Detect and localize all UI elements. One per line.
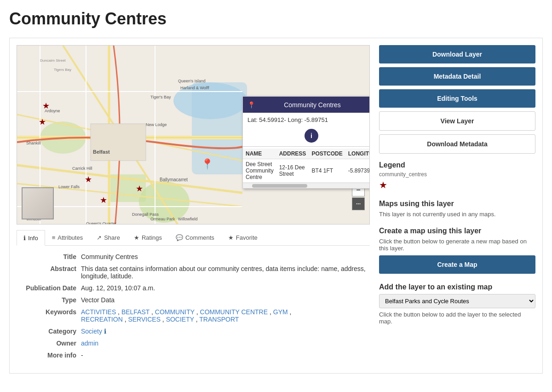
owner-label: Owner [17, 340, 81, 347]
keyword-activities[interactable]: ACTIVITIES [81, 308, 116, 316]
svg-text:Queen's Island: Queen's Island [178, 79, 206, 83]
info-tab-icon: ℹ [23, 235, 26, 242]
add-map-description: Click the button below to add the layer … [379, 311, 535, 325]
popup-cell-postcode: BT4 1FT [309, 159, 345, 183]
svg-text:New Lodge: New Lodge [146, 122, 167, 127]
popup-col-name: NAME [243, 149, 276, 159]
svg-text:Harland & Wolff: Harland & Wolff [180, 86, 209, 90]
add-map-title: Add the layer to an existing map [379, 283, 535, 291]
type-row: Type Vector Data [17, 296, 370, 304]
title-value: Community Centres [81, 253, 370, 260]
map-selected-pin[interactable]: 📍 [201, 158, 213, 170]
popup-scrollbar[interactable] [243, 183, 370, 188]
ratings-tab-label: Ratings [142, 234, 162, 241]
popup-col-address: ADDRESS [276, 149, 309, 159]
abstract-row: Abstract This data set contains informat… [17, 265, 370, 280]
popup-coords: Lat: 54.59912- Long: -5.89751 [243, 113, 370, 127]
map-marker-4[interactable]: ★ [100, 195, 107, 205]
popup-title: Community Centres [284, 101, 341, 109]
abstract-label: Abstract [17, 265, 81, 280]
popup-table: NAME ADDRESS POSTCODE LONGITUDE Dee Stre… [243, 149, 370, 183]
map-thumbnail[interactable] [22, 187, 54, 219]
page-wrapper: Community Centres [0, 0, 552, 383]
category-value: Society ℹ [81, 328, 370, 335]
tab-info[interactable]: ℹ Info [17, 230, 45, 246]
category-info-icon: ℹ [104, 328, 106, 335]
type-value: Vector Data [81, 296, 370, 304]
download-layer-button[interactable]: Download Layer [379, 45, 535, 63]
tab-ratings[interactable]: ★ Ratings [127, 230, 169, 245]
add-map-section: Add the layer to an existing map Belfast… [379, 283, 535, 325]
right-panel: Download Layer Metadata Detail Editing T… [379, 45, 535, 366]
popup-table-row: Dee Street Community Centre 12-16 Dee St… [243, 159, 370, 183]
download-metadata-button[interactable]: Download Metadata [379, 134, 535, 154]
owner-row: Owner admin [17, 340, 370, 347]
category-row: Category Society ℹ [17, 328, 370, 335]
map-container[interactable]: Belfast Shankill Tiger's Bay Ardoyne Car… [17, 45, 370, 225]
svg-text:Tigers Bay: Tigers Bay [54, 68, 71, 72]
more-info-label: More info [17, 352, 81, 359]
map-marker-5[interactable]: ★ [136, 184, 143, 194]
create-map-button[interactable]: Create a Map [379, 255, 535, 274]
popup-close-button[interactable]: ✕ [369, 100, 370, 109]
legend-layer-name: community_centres [379, 171, 535, 178]
pubdate-value: Aug. 12, 2019, 10:07 a.m. [81, 284, 370, 292]
popup-divider [243, 146, 370, 147]
keyword-belfast[interactable]: BELFAST [121, 308, 150, 316]
keyword-society[interactable]: SOCIETY [166, 316, 194, 323]
info-panel: Title Community Centres Abstract This da… [17, 246, 370, 366]
more-info-value: - [81, 352, 83, 359]
svg-text:Shankill: Shankill [26, 141, 41, 145]
category-link[interactable]: Society [81, 328, 102, 335]
map-marker-2[interactable]: ★ [39, 117, 46, 127]
popup-scrollbar-thumb [252, 184, 307, 188]
keyword-community[interactable]: COMMUNITY [155, 308, 195, 316]
tabs-bar: ℹ Info ≡ Attributes ↗ Share ★ Ratings 💬 [17, 230, 370, 246]
tab-attributes[interactable]: ≡ Attributes [45, 230, 90, 245]
keyword-recreation[interactable]: RECREATION [81, 316, 123, 323]
map-marker-1[interactable]: ★ [42, 101, 50, 111]
create-map-title: Create a map using this layer [379, 227, 535, 235]
tab-comments[interactable]: 💬 Comments [169, 230, 221, 245]
comments-tab-label: Comments [185, 234, 214, 241]
editing-tools-button[interactable]: Editing Tools [379, 89, 535, 108]
title-row: Title Community Centres [17, 253, 370, 260]
category-label: Category [17, 328, 81, 335]
attributes-tab-label: Attributes [58, 234, 83, 241]
pubdate-label: Publication Date [17, 284, 81, 292]
more-controls-button[interactable]: ··· [352, 197, 365, 210]
existing-map-dropdown[interactable]: Belfast Parks and Cycle Routes [379, 294, 535, 308]
tab-favorite[interactable]: ★ Favorite [221, 230, 264, 245]
svg-rect-2 [192, 82, 247, 174]
keyword-services[interactable]: SERVICES [128, 316, 161, 323]
left-panel: Belfast Shankill Tiger's Bay Ardoyne Car… [17, 45, 370, 366]
svg-text:Queen's Quarter: Queen's Quarter [86, 221, 116, 224]
owner-value: admin [81, 340, 370, 347]
info-tab-label: Info [28, 235, 38, 242]
favorite-tab-label: Favorite [236, 234, 258, 241]
popup-cell-name: Dee Street Community Centre [243, 159, 276, 183]
svg-text:Ormeau Park: Ormeau Park [150, 217, 175, 221]
create-map-description: Click the button below to generate a new… [379, 238, 535, 252]
svg-text:Belfast: Belfast [93, 149, 110, 155]
keyword-transport[interactable]: TRANSPORT [199, 316, 239, 323]
keywords-row: Keywords ACTIVITIES , BELFAST , COMMUNIT… [17, 308, 370, 323]
title-label: Title [17, 253, 81, 260]
legend-section: Legend community_centres ★ [379, 161, 535, 190]
view-layer-button[interactable]: View Layer [379, 111, 535, 131]
page-title: Community Centres [9, 9, 543, 29]
favorite-tab-icon: ★ [228, 234, 234, 241]
map-thumbnail-inner [23, 188, 53, 219]
svg-rect-19 [91, 124, 146, 161]
popup-cell-longitude: -5.8973971008 [345, 159, 370, 183]
keyword-gym[interactable]: GYM [273, 308, 288, 316]
popup-col-longitude: LONGITUDE [345, 149, 370, 159]
tab-share[interactable]: ↗ Share [90, 230, 127, 245]
map-marker-3[interactable]: ★ [85, 174, 92, 184]
keyword-community-centre[interactable]: COMMUNITY CENTRE [200, 308, 268, 316]
popup-col-postcode: POSTCODE [309, 149, 345, 159]
popup-info-icon[interactable]: i [305, 129, 318, 143]
metadata-detail-button[interactable]: Metadata Detail [379, 67, 535, 86]
owner-link[interactable]: admin [81, 340, 98, 347]
map-popup: 📍 Community Centres ✕ Lat: 54.59912- Lon… [242, 96, 370, 189]
